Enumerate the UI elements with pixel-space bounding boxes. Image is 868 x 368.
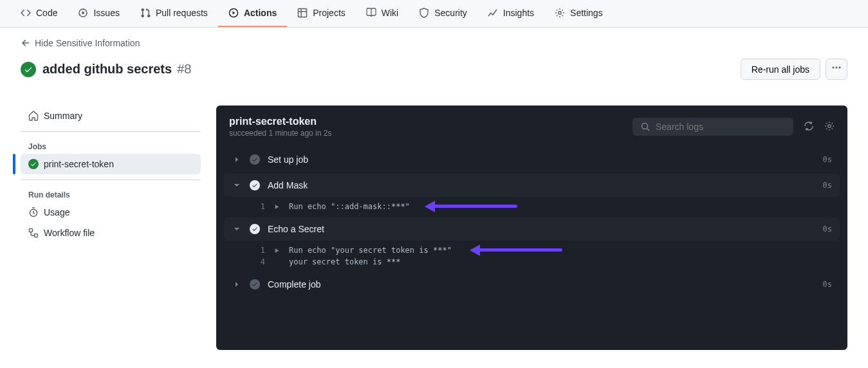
log-line: 1Run echo "your secret token is ***": [247, 244, 840, 256]
arrow-left-icon: [21, 38, 31, 48]
status-success-icon: [250, 279, 260, 290]
svg-point-1: [82, 12, 84, 14]
job-name: print-secret-token: [44, 159, 114, 169]
home-icon: [28, 111, 39, 121]
nav-insights[interactable]: Insights: [477, 0, 544, 27]
book-icon: [366, 8, 376, 18]
sidebar-usage[interactable]: Usage: [21, 202, 201, 223]
svg-point-8: [836, 67, 838, 69]
annotation-arrow: [434, 205, 517, 208]
svg-point-6: [559, 12, 561, 14]
back-link-text: Hide Sensitive Information: [35, 38, 140, 48]
log-panel-container: print-secret-token succeeded 1 minute ag…: [216, 106, 858, 350]
sidebar-job-item[interactable]: print-secret-token: [21, 154, 201, 174]
nav-settings[interactable]: Settings: [544, 0, 613, 27]
nav-label: Settings: [570, 8, 603, 18]
svg-point-7: [833, 67, 835, 69]
nav-label: Code: [36, 8, 57, 18]
line-text: Run echo "::add-mask::***": [289, 202, 410, 211]
chevron-right-icon: [232, 154, 242, 165]
nav-actions[interactable]: Actions: [218, 0, 287, 27]
line-number: 1: [247, 202, 265, 211]
svg-point-9: [839, 67, 841, 69]
status-success-icon: [28, 159, 39, 169]
issue-icon: [78, 8, 88, 18]
line-number: 4: [247, 257, 265, 266]
svg-rect-11: [30, 229, 33, 232]
gear-icon: [824, 121, 835, 131]
svg-point-15: [828, 124, 831, 127]
svg-rect-3: [299, 9, 307, 17]
chevron-down-icon: [232, 224, 242, 234]
sidebar-label: Workflow file: [44, 228, 95, 238]
graph-icon: [488, 8, 498, 18]
repo-nav: Code Issues Pull requests Actions Projec…: [0, 0, 868, 28]
step-duration: 0s: [823, 225, 832, 234]
log-title: print-secret-token: [229, 116, 331, 127]
search-input[interactable]: [656, 122, 786, 132]
caret-right-icon[interactable]: [274, 248, 280, 253]
nav-security[interactable]: Security: [409, 0, 477, 27]
back-link[interactable]: Hide Sensitive Information: [21, 38, 847, 48]
nav-label: Projects: [313, 8, 346, 18]
status-success-icon: [250, 180, 260, 190]
line-number: 1: [247, 246, 265, 255]
nav-label: Actions: [244, 8, 277, 18]
svg-point-13: [642, 124, 648, 129]
step-name: Echo a Secret: [268, 224, 815, 234]
status-success-icon: [21, 62, 36, 77]
pull-request-icon: [140, 8, 151, 18]
jobs-heading: Jobs: [21, 137, 201, 154]
run-menu-button[interactable]: [826, 59, 847, 80]
step-name: Complete job: [268, 279, 815, 290]
search-logs[interactable]: [633, 118, 793, 136]
step-duration: 0s: [823, 155, 832, 164]
sidebar-workflow-file[interactable]: Workflow file: [21, 223, 201, 243]
step-name: Set up job: [268, 154, 815, 165]
log-lines: 1Run echo "::add-mask::***": [224, 199, 840, 217]
sidebar-label: Usage: [44, 207, 69, 217]
step-row[interactable]: Add Mask0s: [224, 174, 840, 197]
step-duration: 0s: [823, 181, 832, 190]
line-text: your secret token is ***: [289, 257, 400, 266]
search-icon: [640, 122, 651, 132]
nav-label: Pull requests: [156, 8, 208, 18]
sidebar-summary[interactable]: Summary: [21, 106, 201, 126]
nav-code[interactable]: Code: [10, 0, 68, 27]
caret-right-icon[interactable]: [274, 204, 280, 210]
nav-projects[interactable]: Projects: [287, 0, 356, 27]
log-line: 4your secret token is ***: [247, 256, 840, 268]
log-subtitle: succeeded 1 minute ago in 2s: [229, 129, 331, 138]
chevron-down-icon: [232, 180, 242, 190]
svg-line-14: [647, 129, 649, 131]
annotation-arrow: [479, 248, 562, 252]
stopwatch-icon: [28, 207, 39, 217]
nav-label: Issues: [93, 8, 119, 18]
step-row[interactable]: Set up job0s: [224, 148, 840, 171]
nav-pulls[interactable]: Pull requests: [130, 0, 218, 27]
sidebar-label: Summary: [44, 111, 82, 121]
log-panel: print-secret-token succeeded 1 minute ag…: [216, 106, 847, 350]
code-icon: [21, 8, 31, 18]
rerun-button[interactable]: Re-run all jobs: [741, 59, 820, 80]
refresh-button[interactable]: [804, 121, 814, 133]
log-settings-button[interactable]: [824, 121, 835, 133]
status-success-icon: [250, 224, 260, 234]
step-duration: 0s: [823, 280, 832, 289]
nav-label: Security: [434, 8, 467, 18]
nav-label: Wiki: [382, 8, 398, 18]
nav-issues[interactable]: Issues: [68, 0, 129, 27]
run-details-heading: Run details: [21, 185, 201, 202]
step-row[interactable]: Complete job0s: [224, 273, 840, 296]
run-title: added github secrets: [42, 62, 172, 77]
log-lines: 1Run echo "your secret token is ***"4you…: [224, 243, 840, 273]
gear-icon: [555, 8, 565, 18]
sidebar: Summary Jobs print-secret-token Run deta…: [10, 106, 201, 350]
chevron-right-icon: [232, 279, 242, 290]
step-name: Add Mask: [268, 180, 815, 190]
nav-label: Insights: [503, 8, 534, 18]
step-row[interactable]: Echo a Secret0s: [224, 217, 840, 241]
play-icon: [228, 8, 239, 18]
status-success-icon: [250, 154, 260, 165]
nav-wiki[interactable]: Wiki: [356, 0, 409, 27]
